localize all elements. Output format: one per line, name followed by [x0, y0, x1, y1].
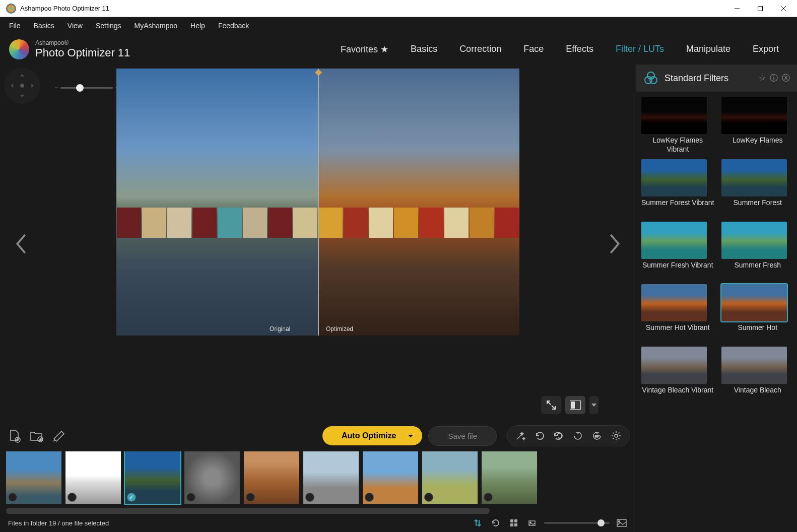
- thumbnail-check-icon[interactable]: [246, 493, 255, 502]
- undo-button[interactable]: [532, 428, 548, 444]
- thumbnail-route66[interactable]: [184, 451, 240, 504]
- magic-wand-button[interactable]: +: [512, 428, 528, 444]
- menu-file[interactable]: File: [3, 19, 27, 33]
- tab-correction[interactable]: Correction: [450, 40, 510, 59]
- thumbnail-desert[interactable]: [363, 451, 418, 504]
- thumbnail-harbor[interactable]: ✓: [125, 451, 180, 504]
- thumb-large-icon[interactable]: [616, 517, 628, 529]
- favorite-star-icon[interactable]: ☆: [759, 73, 766, 84]
- sidebar: Standard Filters ☆ ⓘ ⓧ LowKey Flames Vib…: [636, 64, 797, 532]
- status-text: Files in folder 19 / one file selected: [8, 519, 109, 527]
- menu-basics[interactable]: Basics: [28, 19, 60, 33]
- tab-manipulate[interactable]: Manipulate: [677, 40, 740, 59]
- auto-optimize-button[interactable]: Auto Optimize: [322, 426, 422, 445]
- thumbnail-check-icon[interactable]: [8, 493, 17, 502]
- tag-button[interactable]: [50, 428, 67, 444]
- viewer: − + Original Optimized: [6, 68, 630, 420]
- brand-logo-icon: [9, 39, 29, 59]
- prev-image-button[interactable]: [6, 232, 36, 255]
- rotate-right-button[interactable]: 90°: [589, 428, 605, 444]
- window-minimize-button[interactable]: [725, 0, 749, 17]
- menu-feedback[interactable]: Feedback: [212, 19, 255, 33]
- tab-filter-luts[interactable]: Filter / LUTs: [607, 40, 673, 59]
- tab-basics[interactable]: Basics: [402, 40, 446, 59]
- filter-thumb: [641, 159, 707, 196]
- menu-settings[interactable]: Settings: [90, 19, 127, 33]
- tab-favorites-[interactable]: Favorites ★: [331, 40, 397, 59]
- image-canvas[interactable]: Original Optimized: [116, 69, 519, 336]
- menu-help[interactable]: Help: [184, 19, 211, 33]
- filter-label: Summer Fresh: [721, 261, 794, 279]
- add-file-button[interactable]: [6, 428, 22, 444]
- thumbnail-canyon[interactable]: [244, 451, 299, 504]
- add-folder-button[interactable]: [28, 428, 44, 444]
- grid-view-icon[interactable]: [508, 517, 520, 529]
- filter-summer-fresh[interactable]: Summer Fresh: [721, 222, 794, 279]
- sidebar-header: Standard Filters ☆ ⓘ ⓧ: [636, 64, 797, 92]
- thumbnail-check-icon[interactable]: [68, 493, 77, 502]
- original-label: Original: [270, 325, 290, 332]
- tab-bar: Favorites ★BasicsCorrectionFaceEffectsFi…: [331, 40, 788, 59]
- compare-view-dropdown[interactable]: [589, 396, 599, 414]
- svg-rect-1: [758, 6, 763, 11]
- thumb-size-slider[interactable]: [544, 522, 610, 524]
- filter-summer-fresh-vibrant[interactable]: Summer Fresh Vibrant: [641, 222, 714, 279]
- thumbnail-check-icon[interactable]: [186, 493, 195, 502]
- thumb-small-icon[interactable]: [526, 517, 538, 529]
- menu-myashampoo[interactable]: MyAshampoo: [128, 19, 183, 33]
- close-panel-icon[interactable]: ⓧ: [782, 73, 790, 84]
- thumbnail-check-icon[interactable]: [305, 493, 314, 502]
- help-icon[interactable]: ⓘ: [770, 73, 778, 84]
- filter-label: LowKey Flames Vibrant: [641, 136, 714, 154]
- tab-export[interactable]: Export: [744, 40, 788, 59]
- compare-slider-handle[interactable]: [318, 69, 319, 336]
- filters-icon: [643, 71, 658, 86]
- fullscreen-button[interactable]: [541, 396, 561, 414]
- filter-summer-hot-vibrant[interactable]: Summer Hot Vibrant: [641, 284, 714, 342]
- svg-point-28: [619, 521, 620, 522]
- sort-toggle-icon[interactable]: [472, 517, 484, 529]
- rotate-left-button[interactable]: [570, 428, 586, 444]
- compare-view-button[interactable]: [565, 396, 585, 414]
- thumbnail-farm[interactable]: [422, 451, 478, 504]
- filter-vintage-bleach[interactable]: Vintage Bleach: [721, 347, 794, 404]
- filmstrip-scrollbar[interactable]: [6, 508, 630, 514]
- filter-lowkey-flames[interactable]: LowKey Flames: [721, 97, 794, 154]
- filter-label: Vintage Bleach Vibrant: [641, 386, 714, 404]
- filter-summer-forest-vibrant[interactable]: Summer Forest Vibrant: [641, 159, 714, 217]
- thumbnail-car[interactable]: [482, 451, 537, 504]
- refresh-icon[interactable]: [490, 517, 502, 529]
- save-file-button[interactable]: Save file: [428, 426, 497, 446]
- brand-supertitle: Ashampoo®: [35, 40, 130, 46]
- toolbar: Auto Optimize Save file + 90°: [6, 420, 630, 451]
- undo-all-button[interactable]: [551, 428, 567, 444]
- settings-button[interactable]: [608, 428, 624, 444]
- filter-lowkey-flames-vibrant[interactable]: LowKey Flames Vibrant: [641, 97, 714, 154]
- thumbnail-coast[interactable]: [6, 451, 61, 504]
- thumbnail-check-icon[interactable]: [365, 493, 374, 502]
- thumbnail-check-icon[interactable]: [484, 493, 493, 502]
- filter-summer-hot[interactable]: Summer Hot: [721, 284, 794, 342]
- svg-text:90°: 90°: [595, 435, 600, 438]
- thumbnail-mailboxes[interactable]: [303, 451, 359, 504]
- menu-view[interactable]: View: [61, 19, 89, 33]
- thumbnail-check-icon[interactable]: ✓: [127, 493, 136, 502]
- thumbnail-check-icon[interactable]: [424, 493, 433, 502]
- svg-rect-23: [510, 523, 513, 526]
- tab-face[interactable]: Face: [514, 40, 553, 59]
- filter-thumb: [721, 159, 787, 196]
- filter-label: LowKey Flames: [721, 136, 794, 154]
- svg-rect-8: [571, 402, 575, 409]
- window-close-button[interactable]: [772, 0, 795, 17]
- filter-label: Vintage Bleach: [721, 386, 794, 404]
- window-maximize-button[interactable]: [749, 0, 772, 17]
- svg-line-5: [547, 401, 551, 405]
- filter-thumb: [641, 222, 707, 259]
- filter-vintage-bleach-vibrant[interactable]: Vintage Bleach Vibrant: [641, 347, 714, 404]
- next-image-button[interactable]: [600, 232, 630, 255]
- filter-summer-forest[interactable]: Summer Forest: [721, 159, 794, 217]
- svg-point-4: [20, 84, 24, 88]
- tab-effects[interactable]: Effects: [557, 40, 603, 59]
- thumbnail-bridge-bw[interactable]: [65, 451, 121, 504]
- pan-dpad[interactable]: [4, 68, 40, 104]
